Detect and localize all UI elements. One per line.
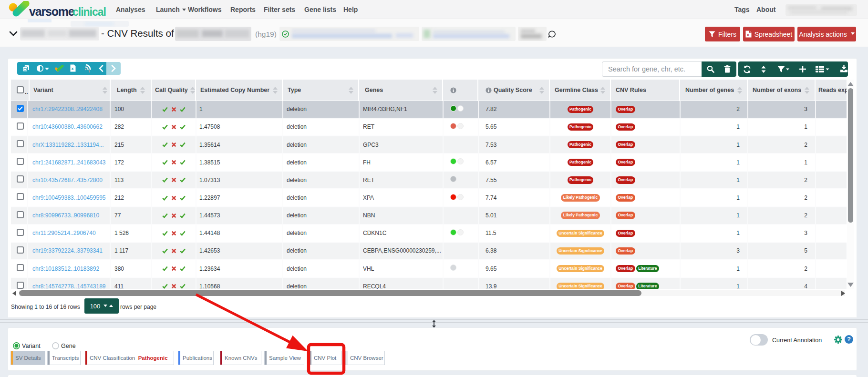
svg-text:x: x — [72, 66, 74, 71]
svg-text:clinical: clinical — [72, 6, 106, 18]
svg-text:x: x — [747, 32, 749, 37]
svg-text:varsome: varsome — [29, 5, 75, 18]
